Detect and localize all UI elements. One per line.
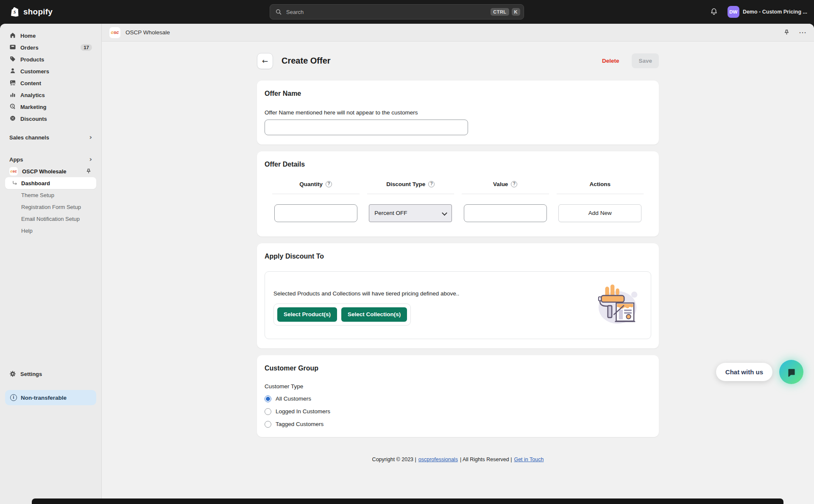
delete-button[interactable]: Delete — [599, 57, 622, 64]
sidebar-item-dashboard[interactable]: Dashboard — [5, 177, 96, 189]
select-collections-button[interactable]: Select Collection(s) — [341, 307, 407, 322]
sidebar-bottom: Settings i Non-transferable — [5, 368, 96, 405]
sidebar-item-label: OSCP Wholesale — [22, 168, 67, 175]
sidebar-item-registration-form-setup[interactable]: Registration Form Setup — [5, 201, 96, 213]
sidebar-section-sales-channels[interactable]: Sales channels › — [5, 131, 96, 143]
offer-name-card: Offer Name Offer Name mentioned here wil… — [257, 81, 659, 145]
quantity-input[interactable] — [274, 204, 357, 222]
discount-type-select[interactable]: Percent OFF — [369, 204, 452, 222]
svg-text:S: S — [14, 10, 16, 14]
column-header-actions: Actions — [557, 181, 644, 194]
paint-roller-illustration — [593, 283, 640, 329]
oscp-app-icon: osc — [9, 167, 18, 175]
more-actions-icon[interactable]: ⋯ — [799, 29, 806, 36]
chevron-right-icon: › — [89, 156, 92, 163]
page-title: Create Offer — [282, 56, 331, 66]
radio-button[interactable] — [265, 395, 271, 402]
add-new-button[interactable]: Add New — [558, 204, 641, 222]
copyright-text: Copyright © 2023 | — [372, 457, 416, 462]
sidebar-item-settings[interactable]: Settings — [5, 368, 96, 380]
main-area: osc OSCP Wholesale ⋯ ← Create Offer — [102, 24, 814, 504]
column-header-quantity: Quantity ? — [272, 181, 360, 194]
radio-all-customers[interactable]: All Customers — [265, 395, 651, 402]
select-products-button[interactable]: Select Product(s) — [277, 307, 337, 322]
get-in-touch-link[interactable]: Get in Touch — [514, 457, 544, 462]
apply-discount-title: Apply Discount To — [265, 253, 651, 260]
pin-icon[interactable] — [85, 168, 92, 175]
notifications-button[interactable] — [707, 7, 721, 17]
sidebar-item-label: Orders — [20, 45, 39, 51]
sidebar-section-apps[interactable]: Apps › — [5, 153, 96, 165]
target-icon — [9, 103, 16, 111]
sidebar-item-label: Discounts — [20, 116, 47, 122]
sidebar-item-email-notification-setup[interactable]: Email Notification Setup — [5, 213, 96, 225]
radio-button[interactable] — [265, 408, 271, 415]
app-header-title: OSCP Wholesale — [125, 29, 170, 36]
radio-button[interactable] — [265, 421, 271, 428]
sidebar-item-help[interactable]: Help — [5, 225, 96, 237]
sidebar-item-products[interactable]: Products — [5, 53, 96, 65]
sidebar-item-label: Dashboard — [21, 180, 50, 187]
sidebar-item-label: Help — [21, 228, 33, 234]
sidebar-item-marketing[interactable]: Marketing — [5, 101, 96, 113]
sidebar-item-analytics[interactable]: Analytics — [5, 89, 96, 101]
offer-name-input[interactable] — [265, 120, 468, 135]
chevron-right-icon: › — [89, 134, 92, 141]
customer-type-label: Customer Type — [265, 383, 651, 390]
page-actions: Delete Save — [599, 53, 659, 68]
search-input[interactable] — [285, 8, 488, 16]
sidebar-item-label: Analytics — [20, 92, 45, 98]
sidebar-item-label: Settings — [20, 371, 42, 377]
radio-label: Logged In Customers — [276, 408, 330, 415]
chat-widget: Chat with us — [716, 360, 803, 384]
sidebar-item-label: Email Notification Setup — [21, 216, 80, 222]
sidebar-item-discounts[interactable]: Discounts — [5, 113, 96, 125]
home-icon — [9, 32, 16, 40]
section-label: Apps — [9, 156, 23, 163]
apply-discount-description: Selected Products and Collections will h… — [273, 290, 593, 297]
sidebar-item-label: Home — [20, 33, 36, 39]
radio-label: Tagged Customers — [276, 421, 323, 427]
sidebar-item-oscp-wholesale[interactable]: osc OSCP Wholesale — [5, 165, 96, 177]
shopify-logo[interactable]: S shopify — [0, 7, 53, 17]
person-icon — [9, 67, 16, 75]
chat-launcher-button[interactable] — [779, 360, 803, 384]
select-buttons-group: Select Product(s) Select Collection(s) — [273, 304, 411, 326]
sidebar-item-label: Marketing — [20, 104, 46, 110]
tag-icon — [9, 56, 16, 64]
bottom-edge-bar — [32, 498, 783, 504]
sidebar: Home Orders 17 Products Customers Conten… — [0, 24, 102, 504]
radio-label: All Customers — [276, 395, 311, 402]
value-input[interactable] — [464, 204, 547, 222]
orders-count-badge: 17 — [81, 44, 92, 51]
sidebar-item-label: Products — [20, 56, 44, 63]
sidebar-item-home[interactable]: Home — [5, 30, 96, 42]
page-content: ← Create Offer Delete Save Offer Name Of… — [102, 42, 814, 504]
pin-icon[interactable] — [783, 29, 790, 36]
company-link[interactable]: oscprofessionals — [418, 457, 458, 462]
chat-bubble-icon — [786, 367, 797, 378]
plan-badge[interactable]: i Non-transferable — [5, 390, 96, 405]
chat-with-us-label[interactable]: Chat with us — [716, 363, 772, 381]
back-button[interactable]: ← — [257, 53, 273, 69]
store-name: Demo - Custom Pricing ... — [743, 9, 807, 15]
workspace: Home Orders 17 Products Customers Conten… — [0, 24, 814, 504]
info-icon: i — [10, 394, 17, 401]
sidebar-item-customers[interactable]: Customers — [5, 65, 96, 77]
save-button[interactable]: Save — [632, 53, 659, 68]
bell-icon — [710, 8, 718, 16]
global-search[interactable]: CTRL K — [270, 4, 524, 19]
radio-logged-in-customers[interactable]: Logged In Customers — [265, 408, 651, 415]
sidebar-item-theme-setup[interactable]: Theme Setup — [5, 189, 96, 201]
sidebar-item-orders[interactable]: Orders 17 — [5, 42, 96, 53]
sidebar-item-content[interactable]: Content — [5, 77, 96, 89]
topbar-right: DW Demo - Custom Pricing ... — [707, 0, 807, 24]
kbd-k: K — [512, 8, 520, 16]
customer-group-title: Customer Group — [265, 365, 651, 372]
radio-tagged-customers[interactable]: Tagged Customers — [265, 421, 651, 428]
help-icon[interactable]: ? — [511, 181, 517, 187]
help-icon[interactable]: ? — [326, 181, 332, 187]
user-menu[interactable]: DW Demo - Custom Pricing ... — [728, 6, 807, 18]
offer-details-card: Offer Details Quantity ? Discount Type ? — [257, 151, 659, 237]
help-icon[interactable]: ? — [428, 181, 435, 187]
